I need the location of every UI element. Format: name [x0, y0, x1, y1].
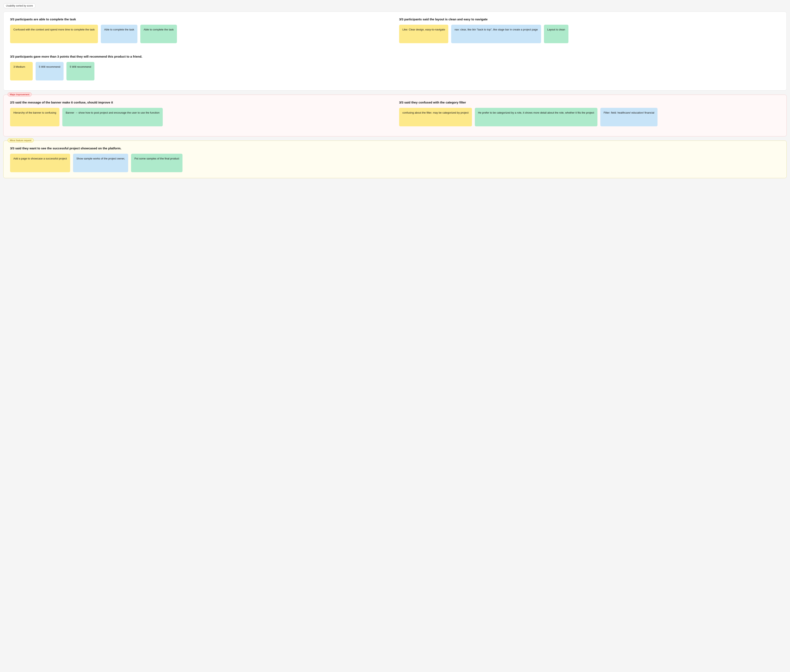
filter-card-1: He prefer to be categorized by a role, i…	[475, 108, 597, 126]
top-bar: Usability sorted by score	[3, 3, 787, 8]
minor-label: Minor feature request	[8, 138, 34, 142]
recommend-block: 3/3 participants gave more than 3 points…	[10, 55, 780, 80]
main-section-card: 3/3 participants are able to complete th…	[3, 11, 787, 91]
filter-block: 3/3 said they confused with the category…	[399, 101, 780, 126]
minor-card-2: Put some samples of the final product	[131, 154, 182, 172]
filter-cards: confusing about the filter. may be categ…	[399, 108, 780, 126]
usability-badge[interactable]: Usability sorted by score	[3, 3, 35, 8]
major-two-col: 2/3 said the message of the banner make …	[10, 101, 780, 130]
filter-card-0: confusing about the filter. may be categ…	[399, 108, 472, 126]
minor-section-card: Minor feature request 3/3 said they want…	[3, 141, 787, 178]
filter-card-2: Filter: field: healthcare/ education/ fi…	[600, 108, 657, 126]
minor-card-1: Show sample works of the project owner,	[73, 154, 128, 172]
layout-card-1: nav: clear, like btn "back to top", like…	[451, 25, 541, 43]
recommend-title: 3/3 participants gave more than 3 points…	[10, 55, 780, 58]
minor-cards: Add a page to showcase a successful proj…	[10, 154, 780, 172]
complete-task-title: 3/3 participants are able to complete th…	[10, 18, 391, 21]
banner-block: 2/3 said the message of the banner make …	[10, 101, 391, 126]
layout-title: 3/3 participants said the layout is clea…	[399, 18, 780, 21]
complete-task-cards: Confused with the context and spend more…	[10, 25, 391, 43]
minor-title: 3/3 said they want to see the successful…	[10, 147, 780, 150]
recommend-cards: 3 Medium 5 Will recommend 5 Will recomme…	[10, 62, 780, 80]
complete-task-block: 3/3 participants are able to complete th…	[10, 18, 391, 43]
banner-card-1: Banner → show how to post project and en…	[62, 108, 163, 126]
layout-card-2: Layout is clean	[544, 25, 568, 43]
banner-card-0: Hierarchy of the banner is confusing	[10, 108, 59, 126]
banner-cards: Hierarchy of the banner is confusing Ban…	[10, 108, 391, 126]
recommend-card-0: 3 Medium	[10, 62, 33, 80]
major-section-card: Major Improvement 2/3 said the message o…	[3, 94, 787, 136]
recommend-card-2: 5 Will recommend	[66, 62, 94, 80]
banner-title: 2/3 said the message of the banner make …	[10, 101, 391, 104]
task-card-0: Confused with the context and spend more…	[10, 25, 98, 43]
top-two-col: 3/3 participants are able to complete th…	[10, 18, 780, 47]
layout-card-0: Like: Clear design, easy-to-navigate	[399, 25, 448, 43]
recommend-card-1: 5 Will recommend	[35, 62, 64, 80]
layout-block: 3/3 participants said the layout is clea…	[399, 18, 780, 43]
layout-cards: Like: Clear design, easy-to-navigate nav…	[399, 25, 780, 43]
major-label: Major Improvement	[8, 93, 32, 96]
filter-title: 3/3 said they confused with the category…	[399, 101, 780, 104]
minor-card-0: Add a page to showcase a successful proj…	[10, 154, 70, 172]
task-card-1: Able to complete the task	[101, 25, 138, 43]
task-card-2: Able to complete the task	[140, 25, 177, 43]
